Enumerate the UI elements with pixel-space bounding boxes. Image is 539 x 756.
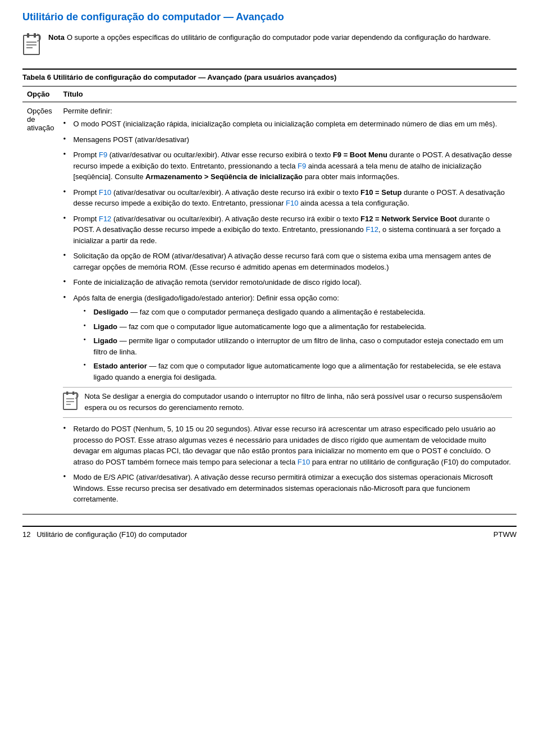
col-option-header: Opção	[22, 86, 58, 102]
footer-right: PTWW	[494, 530, 517, 539]
list-item: Desligado — faz com que o computador per…	[83, 307, 512, 318]
list-item: Estado anterior — faz com que o computad…	[83, 361, 512, 382]
list-item: Solicitação da opção de ROM (ativar/desa…	[63, 251, 512, 272]
inline-note-label: Nota	[84, 392, 99, 400]
page-title: Utilitário de configuração do computador…	[22, 11, 517, 23]
bullet-list: O modo POST (inicialização rápida, inici…	[63, 119, 512, 382]
list-item: Após falta de energia (desligado/ligado/…	[63, 293, 512, 383]
inline-note-box: Nota Se desligar a energia do computador…	[63, 387, 512, 418]
sub-bullet-list: Desligado — faz com que o computador per…	[83, 307, 512, 382]
list-item: Fonte de inicialização de ativação remot…	[63, 277, 512, 288]
page-footer: 12 Utilitário de configuração (F10) do c…	[22, 526, 517, 539]
main-table: Opção Título Opções de ativação Permite …	[22, 86, 517, 514]
svg-rect-1	[27, 33, 29, 38]
list-item: Prompt F10 (ativar/desativar ou ocultar/…	[63, 187, 512, 209]
list-item: Retardo do POST (Nenhum, 5, 10 15 ou 20 …	[63, 423, 512, 467]
list-item: Ligado — permite ligar o computador util…	[83, 335, 512, 357]
table-caption: Tabela 6 Utilitário de configuração do c…	[22, 69, 517, 81]
list-item: Ligado — faz com que o computador ligue …	[83, 321, 512, 333]
title-cell: Permite definir: O modo POST (inicializa…	[58, 102, 517, 514]
list-item: Modo de E/S APIC (ativar/desativar). A a…	[63, 472, 512, 505]
footer-left: 12 Utilitário de configuração (F10) do c…	[22, 530, 187, 539]
list-item: Prompt F9 (ativar/desativar ou ocultar/e…	[63, 149, 512, 183]
table-row: Opções de ativação Permite definir: O mo…	[22, 102, 517, 514]
option-cell: Opções de ativação	[22, 102, 58, 514]
col-title-header: Título	[58, 86, 517, 102]
list-item: Mensagens POST (ativar/desativar)	[63, 134, 512, 145]
main-note-text: NotaO suporte a opções específicas do ut…	[48, 32, 491, 43]
svg-rect-2	[34, 33, 36, 38]
main-note-label: Nota	[48, 33, 65, 42]
list-item: O modo POST (inicialização rápida, inici…	[63, 119, 512, 130]
note-icon-small	[63, 391, 80, 414]
defines-label: Permite definir:	[63, 107, 512, 115]
svg-rect-8	[72, 391, 75, 395]
svg-rect-7	[66, 391, 68, 395]
inline-note-text: Nota Se desligar a energia do computador…	[84, 391, 512, 413]
table-header-row: Opção Título	[22, 86, 517, 102]
main-note-box: NotaO suporte a opções específicas do ut…	[22, 32, 517, 58]
list-item: Prompt F12 (ativar/desativar ou ocultar/…	[63, 213, 512, 247]
bullet-list-after-note: Retardo do POST (Nenhum, 5, 10 15 ou 20 …	[63, 423, 512, 505]
note-icon	[22, 33, 43, 58]
